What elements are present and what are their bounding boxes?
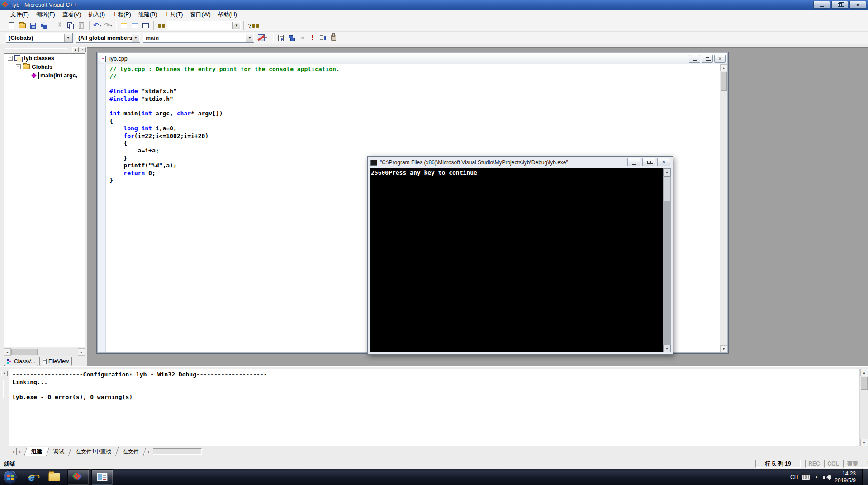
go-button[interactable] [317,33,328,43]
minimize-button[interactable] [813,1,830,9]
workspace-gripper[interactable] [5,48,68,51]
show-desktop-button[interactable] [862,469,868,485]
scroll-up-icon[interactable]: ▲ [663,168,671,176]
menu-help[interactable]: 帮助(H) [214,10,241,19]
tab-find-in-files-2[interactable]: 在文件 [115,447,146,456]
collapse-icon[interactable]: − [8,56,13,61]
taskbar-ie-button[interactable]: e [22,469,41,485]
menu-window[interactable]: 窗口(W) [186,10,214,19]
tab-debug[interactable]: 调试 [46,447,71,456]
scroll-down-icon[interactable]: ▼ [860,439,868,446]
keyboard-icon[interactable] [802,474,810,480]
open-button[interactable] [17,20,28,30]
compile-button[interactable] [275,33,286,43]
wizardbar-gripper[interactable] [2,34,4,41]
cut-button[interactable] [54,20,65,30]
search-button[interactable]: ? [246,20,261,30]
tab-find-in-files-1[interactable]: 在文件1中查找 [68,447,119,456]
save-button[interactable] [28,20,38,30]
output-vscrollbar[interactable]: ▲ ▼ [860,369,868,446]
scrollbar-thumb[interactable] [11,349,38,355]
tab-classview[interactable]: ClassV... [4,357,38,366]
workspace-pin-button[interactable]: ▴ [72,47,79,52]
editor-vscrollbar[interactable]: ▲ ▼ [720,64,727,352]
speaker-icon[interactable] [823,474,830,480]
console-output-area[interactable]: 25600Press any key to continue ▲ ▼ [370,168,671,352]
class-combo[interactable]: (Globals) ▼ [6,33,73,43]
language-indicator[interactable]: CH [790,474,798,480]
members-combo-arrow-icon[interactable]: ▼ [132,34,139,42]
tab-fileview[interactable]: FileView [39,357,72,366]
taskbar-vcpp-button[interactable] [67,469,89,485]
tree-item-globals[interactable]: − Globals [4,62,85,71]
breakpoint-button[interactable] [328,33,339,43]
scroll-up-icon[interactable]: ▲ [720,64,727,71]
console-vscrollbar[interactable]: ▲ ▼ [663,168,671,352]
editor-titlebar[interactable]: lyb.cpp × [98,53,727,64]
find-combo[interactable]: ▼ [167,21,241,30]
stop-build-button[interactable]: × [297,33,308,43]
console-maximize-button[interactable] [642,158,655,166]
start-button[interactable] [3,470,17,484]
tray-expand-icon[interactable]: ▲ [815,475,818,479]
editor-minimize-button[interactable] [689,55,700,63]
menu-build[interactable]: 组建(B) [135,10,161,19]
window-list-button[interactable] [140,20,151,30]
tab-build[interactable]: 组建 [24,447,49,456]
tray-clock[interactable]: 14:23 2019/5/9 [835,471,856,484]
menu-file[interactable]: 文件(F) [7,10,33,19]
build-button[interactable] [286,33,297,43]
menu-edit[interactable]: 编辑(E) [33,10,59,19]
toolbar-gripper[interactable] [2,22,4,29]
scroll-right-icon[interactable]: ► [78,348,85,356]
paste-button[interactable] [76,20,87,30]
console-minimize-button[interactable] [627,158,640,166]
console-titlebar[interactable]: "C:\Program Files (x86)\Microsoft Visual… [368,157,673,168]
copy-button[interactable] [65,20,76,30]
scrollbar-thumb[interactable] [861,377,868,390]
tree-item-main[interactable]: main(int argc, [4,71,85,80]
save-all-button[interactable] [38,20,49,30]
scroll-left-icon[interactable]: ◄ [4,348,11,356]
function-combo[interactable]: main ▼ [143,33,254,43]
undo-button[interactable]: ↶▾ [92,20,103,30]
scroll-down-icon[interactable]: ▼ [663,345,671,352]
taskbar-explorer-button[interactable] [45,469,64,485]
scrollbar-thumb[interactable] [664,176,670,201]
output-toggle-button[interactable] [129,20,140,30]
output-close-button[interactable]: × [1,371,8,376]
close-button[interactable]: × [849,1,866,9]
scroll-up-icon[interactable]: ▲ [860,369,868,376]
menu-tools[interactable]: 工具(T) [161,10,186,19]
output-text-area[interactable]: --------------------Configuration: lyb -… [9,369,860,446]
redo-button[interactable]: ↷▾ [103,20,114,30]
menubar-gripper[interactable] [3,11,5,18]
editor-restore-button[interactable] [702,55,713,63]
find-in-files-button[interactable] [156,20,167,30]
tabs-scroll-right-icon[interactable]: ► [17,448,24,455]
new-file-button[interactable] [6,20,17,30]
console-close-button[interactable]: × [657,158,670,166]
wizard-action-button[interactable]: ▾ [254,33,270,43]
restore-button[interactable] [831,1,848,9]
execute-button[interactable]: ! [308,33,317,43]
workspace-close-button[interactable]: × [80,47,86,52]
collapse-icon[interactable]: − [16,64,21,69]
class-combo-arrow-icon[interactable]: ▼ [64,34,72,42]
editor-close-button[interactable]: × [714,55,726,63]
function-combo-arrow-icon[interactable]: ▼ [246,34,253,42]
output-gripper[interactable] [3,380,5,398]
find-combo-arrow-icon[interactable]: ▼ [232,22,240,29]
tree-item-lyb-classes[interactable]: − lyb classes [4,54,85,62]
workspace-hscrollbar[interactable]: ◄ ► [4,348,85,356]
selection-margin[interactable] [98,64,106,352]
workspace-toggle-button[interactable] [119,20,129,30]
scrollbar-thumb[interactable] [721,72,727,91]
menu-project[interactable]: 工程(P) [109,10,135,19]
members-combo[interactable]: (All global members ▼ [76,33,140,43]
scroll-down-icon[interactable]: ▼ [720,345,727,352]
tabs-scroll-left-icon[interactable]: ◄ [9,448,17,455]
menu-insert[interactable]: 插入(I) [85,10,109,19]
menu-view[interactable]: 查看(V) [59,10,85,19]
tab-hscroll-track[interactable] [153,448,202,455]
